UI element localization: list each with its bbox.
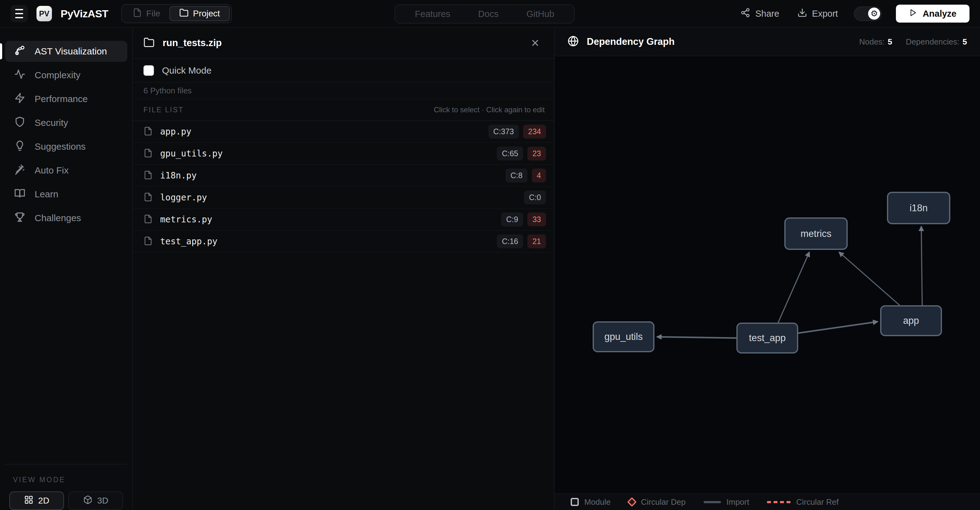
quick-mode-label: Quick Mode [162, 65, 212, 76]
sidebar-item-label: Complexity [35, 70, 80, 80]
file-name: app.py [160, 126, 191, 137]
file-icon [143, 236, 153, 247]
file-name: gpu_utils.py [160, 148, 223, 159]
nav-github[interactable]: GitHub [527, 9, 554, 19]
file-icon [143, 171, 153, 181]
graph-edge-test_app-metrics [778, 252, 809, 323]
shield-icon [14, 116, 25, 129]
file-icon [143, 126, 153, 137]
app-title: PyVizAST [60, 8, 108, 20]
graph-legend: Module Circular Dep Import Circular Ref [555, 493, 980, 510]
play-icon [909, 9, 917, 19]
legend-item: Import [704, 497, 749, 507]
app-logo: PV [37, 6, 52, 21]
sidebar-item-label: Auto Fix [35, 165, 68, 176]
file-name: logger.py [160, 192, 207, 202]
graph-node-metrics[interactable]: metrics [784, 217, 848, 250]
quick-mode-checkbox[interactable] [143, 65, 154, 76]
graph-edge-app-metrics [839, 252, 900, 305]
sidebar-item-label: AST Visualization [35, 46, 107, 57]
graph-canvas[interactable]: i18n metrics gpu_utils test_app app [555, 56, 980, 493]
sidebar-item-performance[interactable]: Performance [5, 88, 127, 110]
legend-label: Circular Ref [796, 497, 838, 507]
complexity-badge: C:8 [506, 169, 527, 182]
export-button[interactable]: Export [795, 8, 840, 20]
file-row[interactable]: i18n.py C:8 4 [133, 165, 554, 187]
lightbulb-icon [14, 140, 25, 153]
file-icon [133, 8, 142, 19]
sidebar-footer: VIEW MODE 2D 3D [5, 464, 127, 510]
sidebar-item-security[interactable]: Security [5, 112, 127, 133]
settings-toggle[interactable]: ⚙ [854, 6, 882, 21]
file-list-hint: Click to select · Click again to edit [434, 105, 545, 114]
sidebar-item-ast-visualization[interactable]: AST Visualization [5, 41, 127, 62]
graph-node-label: test_app [749, 333, 786, 344]
dependencies-label: Dependencies: [906, 37, 959, 46]
graph-node-i18n[interactable]: i18n [887, 192, 950, 224]
zap-icon [14, 92, 25, 106]
sidebar-item-suggestions[interactable]: Suggestions [5, 136, 127, 157]
quick-mode-row: Quick Mode [133, 59, 554, 83]
sidebar-item-learn[interactable]: Learn [5, 184, 127, 205]
grid-icon [24, 495, 33, 507]
file-icon [143, 148, 153, 159]
graph-node-app[interactable]: app [880, 305, 942, 336]
graph-edge-app-i18n [921, 226, 922, 305]
trophy-icon [14, 212, 25, 225]
sidebar-item-complexity[interactable]: Complexity [5, 65, 127, 86]
sidebar-item-label: Suggestions [35, 141, 86, 152]
archive-title: run_tests.zip [162, 37, 222, 49]
top-bar-actions: Share Export ⚙ Analyze [738, 5, 969, 22]
legend-label: Module [584, 497, 611, 507]
app-root: PV PyVizAST File Project Features Docs G… [0, 0, 980, 510]
legend-label: Circular Dep [641, 497, 686, 507]
activity-icon [14, 69, 25, 82]
file-row[interactable]: app.py C:373 234 [133, 121, 554, 143]
sidebar-item-label: Security [35, 118, 68, 128]
issues-badge: 23 [527, 147, 546, 161]
dependencies-value: 5 [963, 37, 967, 46]
share-button[interactable]: Share [738, 8, 781, 20]
tab-file[interactable]: File [123, 6, 169, 21]
nav-docs[interactable]: Docs [478, 9, 499, 19]
file-row[interactable]: gpu_utils.py C:65 23 [133, 143, 554, 165]
graph-node-test_app[interactable]: test_app [737, 323, 798, 354]
view-mode-3d-button[interactable]: 3D [68, 491, 123, 510]
issues-badge: 234 [523, 124, 546, 139]
close-archive-button[interactable]: ✕ [527, 35, 543, 51]
view-mode-2d-button[interactable]: 2D [9, 491, 64, 510]
menu-button[interactable] [11, 5, 28, 22]
dependency-graph-panel: Dependency Graph Nodes:5 Dependencies:5 … [555, 28, 980, 510]
complexity-badge: C:65 [497, 147, 523, 161]
graph-node-gpu_utils[interactable]: gpu_utils [593, 321, 654, 352]
file-row[interactable]: test_app.py C:16 21 [133, 231, 554, 253]
sidebar-item-auto-fix[interactable]: Auto Fix [5, 160, 127, 181]
issues-badge: 33 [527, 212, 546, 226]
file-row[interactable]: logger.py C:0 [133, 187, 554, 209]
graph-header: Dependency Graph Nodes:5 Dependencies:5 [555, 28, 980, 56]
analyze-button[interactable]: Analyze [896, 5, 969, 22]
sidebar: AST Visualization Complexity Performance… [0, 28, 133, 510]
tab-project[interactable]: Project [169, 6, 230, 21]
file-list-header: FILE LIST Click to select · Click again … [133, 99, 554, 121]
folder-icon [179, 8, 189, 19]
graph-stats: Nodes:5 Dependencies:5 [859, 37, 967, 47]
nav-features[interactable]: Features [415, 9, 450, 19]
file-row[interactable]: metrics.py C:9 33 [133, 209, 554, 231]
graph-node-label: gpu_utils [605, 331, 643, 343]
file-count: 6 Python files [133, 83, 554, 99]
globe-icon [568, 35, 579, 48]
folder-icon [143, 37, 154, 49]
wand-icon [14, 164, 25, 177]
view-mode-label: VIEW MODE [13, 476, 123, 484]
graph-edge-test_app-app [798, 322, 878, 333]
sidebar-item-challenges[interactable]: Challenges [5, 207, 127, 229]
main-nav: Features Docs GitHub [395, 4, 575, 24]
file-name: metrics.py [160, 214, 212, 225]
legend-swatch [627, 497, 637, 507]
share-icon [740, 8, 750, 20]
menu-icon [15, 9, 23, 10]
sidebar-items: AST Visualization Complexity Performance… [5, 41, 127, 231]
file-name: test_app.py [160, 236, 217, 247]
nodes-value: 5 [888, 37, 892, 46]
